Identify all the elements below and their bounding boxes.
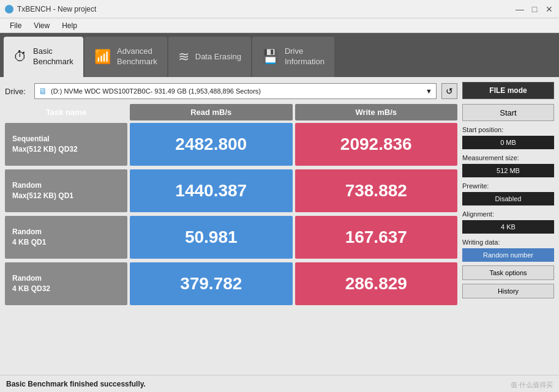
menu-file[interactable]: File (4, 20, 28, 31)
col-header-task: Task name (5, 104, 127, 120)
read-cell-0: 2482.800 (130, 123, 293, 166)
drive-information-icon: 💾 (262, 50, 279, 64)
table-row: Sequential Max(512 KB) QD32 2482.800 209… (5, 123, 457, 166)
close-button[interactable]: ✕ (544, 4, 554, 14)
right-panel: FILE mode Start Start position: 0 MB Mea… (462, 82, 554, 370)
writing-data-value: Random number (462, 248, 554, 262)
start-position-value: 0 MB (462, 136, 554, 149)
tab-advanced-benchmark[interactable]: 📶 Advanced Benchmark (84, 37, 167, 77)
write-cell-1: 738.882 (295, 169, 458, 212)
refresh-button[interactable]: ↺ (441, 83, 457, 99)
read-cell-2: 50.981 (130, 216, 293, 259)
drive-row: Drive: 🖥 (D:) NVMe WDC WDS100T2B0C- 931.… (5, 82, 457, 100)
benchmark-table: Task name Read mB/s Write mB/s Sequentia… (5, 104, 457, 370)
refresh-icon: ↺ (446, 86, 453, 96)
minimize-button[interactable]: — (515, 4, 525, 14)
tab-data-erasing-label: Data Erasing (195, 52, 241, 62)
tab-advanced-benchmark-label: Advanced Benchmark (117, 46, 157, 67)
window-controls: — □ ✕ (515, 4, 554, 14)
tab-drive-information-label: Drive Information (285, 46, 325, 67)
col-header-read: Read mB/s (130, 104, 293, 120)
watermark: 值·什么值得买 (511, 380, 553, 390)
task-cell-3: Random 4 KB QD32 (5, 262, 127, 305)
drive-select-inner: 🖥 (D:) NVMe WDC WDS100T2B0C- 931.49 GB (… (39, 86, 261, 96)
data-erasing-icon: ≋ (178, 50, 189, 64)
drive-label: Drive: (5, 87, 29, 96)
drive-select[interactable]: 🖥 (D:) NVMe WDC WDS100T2B0C- 931.49 GB (… (34, 83, 437, 99)
status-bar: Basic Benchmark finished successfully. (0, 375, 559, 392)
advanced-benchmark-icon: 📶 (94, 50, 111, 64)
table-row: Random 4 KB QD1 50.981 167.637 (5, 216, 457, 259)
tab-bar: ⏱ Basic Benchmark 📶 Advanced Benchmark ≋… (0, 33, 559, 77)
task-cell-0: Sequential Max(512 KB) QD32 (5, 123, 127, 166)
status-text: Basic Benchmark finished successfully. (6, 380, 146, 388)
drive-select-value: (D:) NVMe WDC WDS100T2B0C- 931.49 GB (1,… (51, 87, 261, 95)
task-cell-2: Random 4 KB QD1 (5, 216, 127, 259)
history-button[interactable]: History (462, 284, 554, 298)
write-cell-2: 167.637 (295, 216, 458, 259)
menu-bar: File View Help (0, 18, 559, 33)
alignment-label: Alignment: (462, 210, 554, 218)
drive-select-icon: 🖥 (39, 86, 47, 96)
menu-view[interactable]: View (28, 20, 56, 31)
prewrite-value: Disabled (462, 192, 554, 205)
maximize-button[interactable]: □ (530, 4, 539, 14)
tab-drive-information[interactable]: 💾 Drive Information (252, 37, 334, 77)
write-cell-3: 286.829 (295, 262, 458, 305)
prewrite-label: Prewrite: (462, 182, 554, 190)
table-row: Random Max(512 KB) QD1 1440.387 738.882 (5, 169, 457, 212)
app-icon (5, 5, 13, 13)
left-panel: Drive: 🖥 (D:) NVMe WDC WDS100T2B0C- 931.… (5, 82, 457, 370)
window-title: TxBENCH - New project (17, 5, 515, 13)
table-header: Task name Read mB/s Write mB/s (5, 104, 457, 120)
table-rows: Sequential Max(512 KB) QD32 2482.800 209… (5, 123, 457, 305)
writing-data-label: Writing data: (462, 239, 554, 246)
main-content: Drive: 🖥 (D:) NVMe WDC WDS100T2B0C- 931.… (0, 77, 559, 375)
basic-benchmark-icon: ⏱ (13, 50, 27, 64)
read-cell-1: 1440.387 (130, 169, 293, 212)
task-options-button[interactable]: Task options (462, 265, 554, 280)
measurement-size-label: Measurement size: (462, 154, 554, 161)
measurement-size-value: 512 MB (462, 164, 554, 177)
read-cell-3: 379.782 (130, 262, 293, 305)
start-button[interactable]: Start (462, 104, 554, 121)
write-cell-0: 2092.836 (295, 123, 458, 166)
chevron-down-icon: ▼ (426, 87, 432, 95)
tab-data-erasing[interactable]: ≋ Data Erasing (168, 37, 251, 77)
start-position-label: Start position: (462, 126, 554, 133)
tab-basic-benchmark[interactable]: ⏱ Basic Benchmark (4, 37, 83, 77)
table-row: Random 4 KB QD32 379.782 286.829 (5, 262, 457, 305)
alignment-value: 4 KB (462, 220, 554, 234)
task-cell-1: Random Max(512 KB) QD1 (5, 169, 127, 212)
tab-basic-benchmark-label: Basic Benchmark (33, 46, 73, 67)
title-bar: TxBENCH - New project — □ ✕ (0, 0, 559, 18)
menu-help[interactable]: Help (56, 20, 83, 31)
col-header-write: Write mB/s (295, 104, 458, 120)
file-mode-button[interactable]: FILE mode (462, 82, 554, 99)
